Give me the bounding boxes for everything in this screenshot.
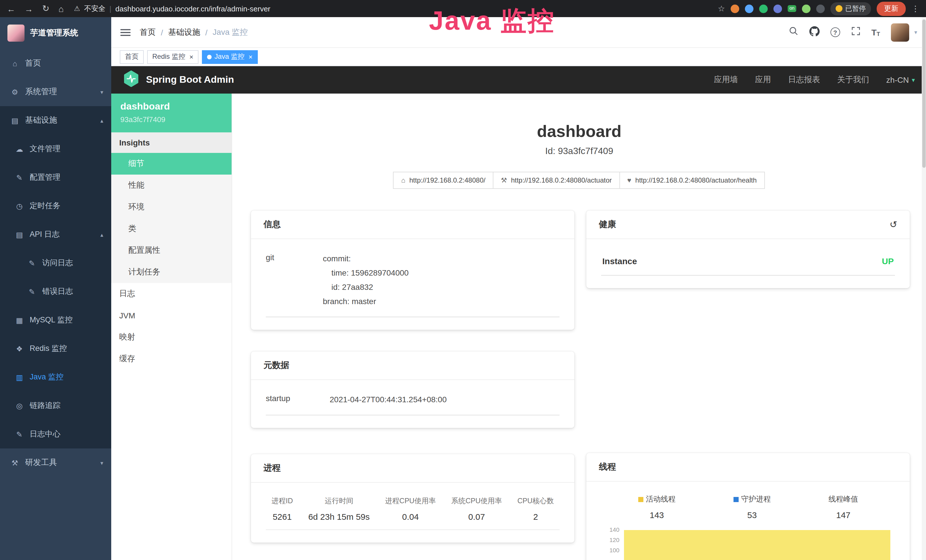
- sba-nav-wallboard[interactable]: 应用墙: [714, 75, 738, 85]
- instance-header[interactable]: dashboard 93a3fc7f7409: [111, 94, 232, 132]
- sba-nav-journal[interactable]: 日志报表: [788, 75, 820, 85]
- font-size-large-glyph: T: [871, 27, 876, 37]
- extension-icon[interactable]: [816, 4, 825, 13]
- info-card: 信息 git commit: time: 1596289704000 id: 2…: [251, 210, 574, 330]
- sba-brand[interactable]: Spring Boot Admin: [123, 70, 234, 90]
- sidebar-item-label: MySQL 监控: [30, 315, 73, 325]
- legend-item: 线程峰值 147: [828, 494, 858, 520]
- stat-value: 5261: [271, 512, 293, 522]
- sidebar-item-label: 首页: [25, 58, 41, 68]
- service-url-link[interactable]: ⌂ http://192.168.0.2:48080/: [393, 172, 493, 189]
- sidebar-item-api-log[interactable]: ▤ API 日志 ▴: [0, 220, 111, 249]
- breadcrumb-separator: /: [161, 28, 163, 37]
- extension-icon[interactable]: [745, 4, 754, 13]
- sidebar-item-scheduled-jobs[interactable]: ◷ 定时任务: [0, 192, 111, 220]
- breadcrumb-item[interactable]: 首页: [140, 27, 156, 37]
- scrollbar-thumb[interactable]: [922, 20, 926, 168]
- sba-menu-caches[interactable]: 缓存: [111, 348, 232, 370]
- avatar[interactable]: [891, 23, 909, 41]
- sidebar-item-config-manage[interactable]: ✎ 配置管理: [0, 163, 111, 192]
- address-divider: |: [109, 4, 112, 13]
- chevron-down-icon: ▾: [912, 76, 915, 83]
- health-instance-row[interactable]: Instance UP: [601, 251, 895, 275]
- sba-menu-scheduled-tasks[interactable]: 计划任务: [111, 261, 232, 283]
- metadata-card: 元数据 startup 2021-04-27T00:44:31.254+08:0…: [251, 351, 574, 428]
- sba-nav-about[interactable]: 关于我们: [837, 75, 869, 85]
- actuator-url-link[interactable]: ⚒ http://192.168.0.2:48080/actuator: [493, 172, 620, 189]
- update-button[interactable]: 更新: [877, 2, 906, 16]
- home-icon[interactable]: ⌂: [59, 4, 64, 14]
- sba-menu-metrics[interactable]: 性能: [111, 175, 232, 196]
- close-icon[interactable]: ×: [189, 53, 194, 61]
- kebab-menu-icon[interactable]: ⋮: [911, 4, 920, 13]
- bookmark-star-icon[interactable]: ☆: [718, 4, 725, 13]
- sba-menu-classes[interactable]: 类: [111, 218, 232, 240]
- extension-icon[interactable]: [759, 4, 768, 13]
- sidebar-item-mysql-monitor[interactable]: ▦ MySQL 监控: [0, 306, 111, 334]
- github-icon[interactable]: [809, 26, 819, 38]
- back-icon[interactable]: ←: [7, 4, 15, 14]
- address-bar[interactable]: ⚠ 不安全 | dashboard.yudao.iocoder.cn/infra…: [74, 4, 270, 14]
- sba-menu-config-props[interactable]: 配置属性: [111, 240, 232, 261]
- legend-value: 147: [828, 510, 858, 520]
- instance-links: ⌂ http://192.168.0.2:48080/ ⚒ http://192…: [232, 172, 926, 189]
- sidebar-item-redis-monitor[interactable]: ❖ Redis 监控: [0, 334, 111, 363]
- browser-nav: ← → ↻ ⌂: [7, 3, 64, 14]
- sidebar-item-access-log[interactable]: ✎ 访问日志: [0, 249, 111, 277]
- process-stat: CPU核心数 2: [517, 496, 554, 522]
- reload-icon[interactable]: ↻: [42, 3, 49, 14]
- locale-selector[interactable]: zh-CN ▾: [887, 75, 915, 85]
- tag-redis-monitor[interactable]: Redis 监控 ×: [147, 50, 198, 64]
- health-instance-label: Instance: [602, 256, 637, 266]
- chevron-down-icon[interactable]: ▾: [914, 29, 917, 35]
- sidebar-item-file-manage[interactable]: ☁ 文件管理: [0, 135, 111, 163]
- page-scrollbar[interactable]: [922, 17, 926, 560]
- sidebar-item-label: API 日志: [30, 229, 60, 240]
- sidebar-item-tracing[interactable]: ◎ 链路追踪: [0, 391, 111, 420]
- breadcrumb-item[interactable]: 基础设施: [168, 27, 200, 37]
- insights-items: 细节 性能 环境 类 配置属性 计划任务: [111, 153, 232, 283]
- extension-icon[interactable]: [773, 4, 782, 13]
- doc-icon: ✎: [15, 430, 24, 439]
- fullscreen-icon[interactable]: [851, 26, 860, 38]
- breadcrumb-separator: /: [205, 28, 207, 37]
- close-icon[interactable]: ×: [248, 53, 253, 61]
- info-line: time: 1596289704000: [323, 266, 409, 280]
- tag-java-monitor[interactable]: Java 监控 ×: [202, 50, 257, 64]
- sidebar-item-infra[interactable]: ▤ 基础设施 ▴: [0, 106, 111, 135]
- tags-view: 首页 Redis 监控 × Java 监控 ×: [111, 48, 926, 66]
- link-label: http://192.168.0.2:48080/actuator: [511, 176, 612, 184]
- sidebar-item-error-log[interactable]: ✎ 错误日志: [0, 277, 111, 306]
- extension-on-icon[interactable]: on: [788, 5, 796, 12]
- extension-icon[interactable]: [802, 4, 811, 13]
- tag-home[interactable]: 首页: [120, 50, 144, 64]
- search-icon[interactable]: [788, 26, 798, 38]
- stat-label: 进程ID: [271, 496, 293, 506]
- sidebar-item-system[interactable]: ⚙ 系统管理 ▾: [0, 77, 111, 106]
- active-threads-area: [624, 530, 890, 560]
- sidebar-item-home[interactable]: ⌂ 首页: [0, 49, 111, 77]
- hamburger-icon[interactable]: [120, 29, 131, 36]
- sba-nav-applications[interactable]: 应用: [755, 75, 771, 85]
- app-logo: 芋道管理系统: [0, 17, 111, 49]
- sidebar-item-dev-tools[interactable]: ⚒ 研发工具 ▾: [0, 448, 111, 477]
- sba-menu-mappings[interactable]: 映射: [111, 326, 232, 348]
- sba-menu-details[interactable]: 细节: [111, 153, 232, 175]
- logo-avatar: [8, 24, 24, 42]
- font-size-icon[interactable]: TT: [871, 27, 880, 37]
- instance-id: 93a3fc7f7409: [120, 115, 222, 124]
- sba-menu-logs[interactable]: 日志: [111, 283, 232, 305]
- help-icon[interactable]: ?: [830, 27, 840, 37]
- history-icon[interactable]: ↺: [890, 219, 897, 230]
- legend-swatch: [638, 496, 643, 502]
- extension-icon[interactable]: [731, 4, 739, 13]
- forward-icon[interactable]: →: [24, 4, 33, 14]
- paused-badge[interactable]: 已暂停: [831, 2, 871, 15]
- sba-menu-environment[interactable]: 环境: [111, 196, 232, 218]
- sidebar-item-log-center[interactable]: ✎ 日志中心: [0, 420, 111, 448]
- redis-icon: ❖: [15, 344, 24, 353]
- sba-menu-jvm[interactable]: JVM: [111, 305, 232, 326]
- health-url-link[interactable]: ♥ http://192.168.0.2:48080/actuator/heal…: [619, 172, 764, 189]
- sidebar-item-java-monitor[interactable]: ▥ Java 监控: [0, 363, 111, 391]
- sidebar-item-label: 访问日志: [42, 258, 73, 268]
